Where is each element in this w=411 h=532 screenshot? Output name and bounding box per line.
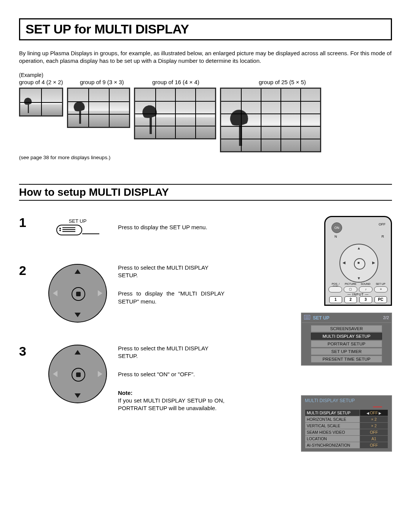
remote-input-1[interactable]: 1 bbox=[329, 296, 342, 303]
osd-multidisplay-row[interactable]: AI-SYNCHRONIZATIONOFF bbox=[305, 442, 388, 448]
remote-input-label: — INPUT — bbox=[325, 292, 391, 296]
power-off-label: OFF bbox=[379, 222, 386, 226]
dpad-left-icon[interactable] bbox=[53, 371, 57, 377]
osd-setup-item[interactable]: PORTRAIT SETUP bbox=[311, 340, 382, 347]
group-preview bbox=[67, 88, 130, 128]
osd-row-label: HORIZONTAL SCALE bbox=[305, 416, 360, 422]
osd-row-value: × 2 bbox=[360, 422, 388, 429]
remote-setup-button[interactable]: ≡ bbox=[374, 286, 388, 292]
remote-dpad[interactable]: ▲ ▼ ◀ ▶ bbox=[339, 244, 378, 283]
osd-setup-item[interactable]: SCREENSAVER bbox=[311, 325, 382, 332]
step-3-text-2: Press to select "ON" or "OFF". bbox=[118, 371, 225, 378]
group-preview bbox=[19, 88, 63, 117]
remote-menu-buttons: ▢ ♪ ≡ bbox=[328, 286, 388, 292]
osd-setup-page: 2/2 bbox=[383, 315, 389, 320]
osd-multidisplay-panel: MULTI DISPLAY SETUP MULTI DISPLAY SETUP◀… bbox=[301, 395, 392, 452]
osd-row-value: A1 bbox=[360, 435, 388, 442]
remote-sound-button[interactable]: ♪ bbox=[359, 286, 373, 292]
right-column: ON OFF N R ▲ ▼ ◀ ▶ POS. / SIZE PICTURE S… bbox=[301, 216, 392, 452]
group-preview bbox=[134, 88, 216, 139]
intro-text: By lining up Plasma Displays in groups, … bbox=[19, 50, 392, 65]
osd-row-value: ◀OFF▶ bbox=[360, 409, 388, 416]
step-2-text-1: Press to select the MULTI DISPLAY SETUP. bbox=[118, 264, 225, 280]
osd-row-label: SEAM HIDES VIDEO bbox=[305, 429, 360, 435]
osd-multidisplay-table: MULTI DISPLAY SETUP◀OFF▶HORIZONTAL SCALE… bbox=[305, 409, 388, 449]
dpad-left-icon[interactable] bbox=[53, 290, 57, 296]
dpad-left-icon[interactable]: ◀ bbox=[342, 260, 346, 265]
osd-multidisplay-row[interactable]: LOCATIONA1 bbox=[305, 435, 388, 442]
osd-row-label: AI-SYNCHRONIZATION bbox=[305, 442, 360, 448]
step-2-text-2: Press to display the "MULTI DISPLAY SETU… bbox=[118, 290, 225, 305]
remote-input-2[interactable]: 2 bbox=[344, 296, 357, 303]
remote-possize-button[interactable] bbox=[328, 286, 342, 292]
divider bbox=[19, 184, 392, 185]
step-3-note-head: Note: bbox=[118, 390, 132, 396]
leader-line bbox=[82, 233, 99, 234]
remote-dpad-center[interactable] bbox=[354, 258, 365, 270]
remote-input-row: 1 2 3 PC bbox=[329, 296, 387, 303]
step-1-number: 1 bbox=[19, 216, 32, 242]
remote-r-label: R bbox=[382, 235, 384, 238]
osd-row-value: × 2 bbox=[360, 416, 388, 422]
remote-control: ON OFF N R ▲ ▼ ◀ ▶ POS. / SIZE PICTURE S… bbox=[324, 216, 392, 306]
group-previews bbox=[19, 88, 392, 152]
setup-button-label: SET UP bbox=[43, 218, 112, 224]
remote-picture-button[interactable]: ▢ bbox=[344, 286, 357, 292]
step-1-text: Press to display the SET UP menu. bbox=[118, 224, 225, 231]
nav-dpad[interactable] bbox=[48, 345, 107, 403]
osd-setup-item[interactable]: PRESENT TIME SETUP bbox=[311, 356, 382, 363]
steps-area: ON OFF N R ▲ ▼ ◀ ▶ POS. / SIZE PICTURE S… bbox=[19, 216, 392, 412]
osd-row-label: MULTI DISPLAY SETUP bbox=[305, 409, 360, 416]
remote-input-3[interactable]: 3 bbox=[359, 296, 372, 303]
osd-multidisplay-title: MULTI DISPLAY SETUP bbox=[302, 396, 391, 406]
setup-pill-button[interactable] bbox=[56, 225, 82, 235]
osd-multidisplay-row[interactable]: MULTI DISPLAY SETUP◀OFF▶ bbox=[305, 409, 388, 416]
step-2-number: 2 bbox=[19, 264, 32, 323]
dpad-center-button[interactable] bbox=[72, 287, 85, 301]
osd-row-label: LOCATION bbox=[305, 435, 360, 442]
osd-setup-panel: SET UP 2/2 SCREENSAVERMULTI DISPLAY SETU… bbox=[301, 313, 392, 366]
osd-multidisplay-row[interactable]: HORIZONTAL SCALE× 2 bbox=[305, 416, 388, 422]
see-page-note: (see page 38 for more displays lineups.) bbox=[19, 155, 392, 160]
osd-setup-item[interactable]: SET UP TIMER bbox=[311, 348, 382, 355]
osd-row-value: OFF bbox=[360, 442, 388, 448]
dpad-down-icon[interactable] bbox=[75, 313, 81, 317]
dpad-center-button[interactable] bbox=[72, 368, 85, 382]
step-3-note-text: If you set MULTI DISPLAY SETUP to ON, PO… bbox=[118, 397, 225, 412]
step-3-number: 3 bbox=[19, 345, 32, 412]
osd-progress-bar bbox=[305, 406, 388, 408]
group9-caption: group of 9 (3 × 3) bbox=[80, 79, 148, 85]
dpad-up-icon[interactable] bbox=[75, 269, 81, 274]
dpad-down-icon[interactable]: ▼ bbox=[357, 276, 361, 280]
remote-input-pc[interactable]: PC bbox=[374, 296, 387, 303]
menu-icon bbox=[304, 315, 310, 320]
step-3-text-1: Press to select the MULTI DISPLAY SETUP. bbox=[118, 345, 225, 360]
group25-caption: group of 25 (5 × 5) bbox=[259, 79, 362, 85]
dpad-up-icon[interactable] bbox=[75, 350, 81, 355]
osd-multidisplay-row[interactable]: SEAM HIDES VIDEOOFF bbox=[305, 429, 388, 435]
group-preview bbox=[220, 88, 321, 152]
osd-row-label: VERTICAL SCALE bbox=[305, 422, 360, 429]
dpad-right-icon[interactable] bbox=[98, 290, 102, 296]
osd-row-value: OFF bbox=[360, 429, 388, 435]
section2-title: How to setup MULTI DISPLAY bbox=[19, 186, 392, 198]
page-title: SET UP for MULTI DISPLAY bbox=[25, 22, 386, 37]
group4-caption: group of 4 (2 × 2) bbox=[19, 79, 76, 85]
osd-setup-item[interactable]: MULTI DISPLAY SETUP bbox=[311, 333, 382, 340]
group-captions: group of 4 (2 × 2) group of 9 (3 × 3) gr… bbox=[19, 79, 392, 85]
group16-caption: group of 16 (4 × 4) bbox=[152, 79, 255, 85]
nav-dpad[interactable] bbox=[48, 264, 107, 323]
power-on-button[interactable]: ON bbox=[331, 222, 342, 233]
osd-multidisplay-row[interactable]: VERTICAL SCALE× 2 bbox=[305, 422, 388, 429]
divider bbox=[19, 200, 392, 201]
page-title-box: SET UP for MULTI DISPLAY bbox=[19, 18, 392, 40]
dpad-right-icon[interactable]: ▶ bbox=[372, 260, 375, 265]
dpad-up-icon[interactable]: ▲ bbox=[357, 246, 361, 250]
osd-setup-title: SET UP bbox=[313, 315, 329, 321]
dpad-right-icon[interactable] bbox=[98, 371, 102, 377]
example-label: (Example) bbox=[19, 72, 392, 78]
dpad-down-icon[interactable] bbox=[75, 393, 81, 398]
remote-n-label: N bbox=[335, 235, 337, 238]
